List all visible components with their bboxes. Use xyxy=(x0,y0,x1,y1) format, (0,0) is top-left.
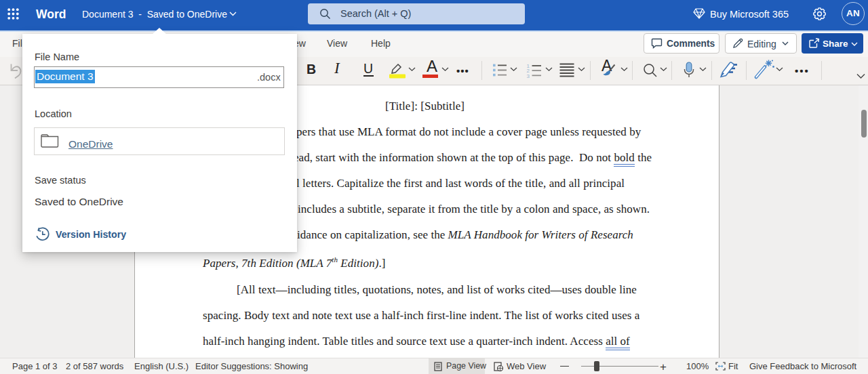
svg-text:3: 3 xyxy=(527,73,530,79)
